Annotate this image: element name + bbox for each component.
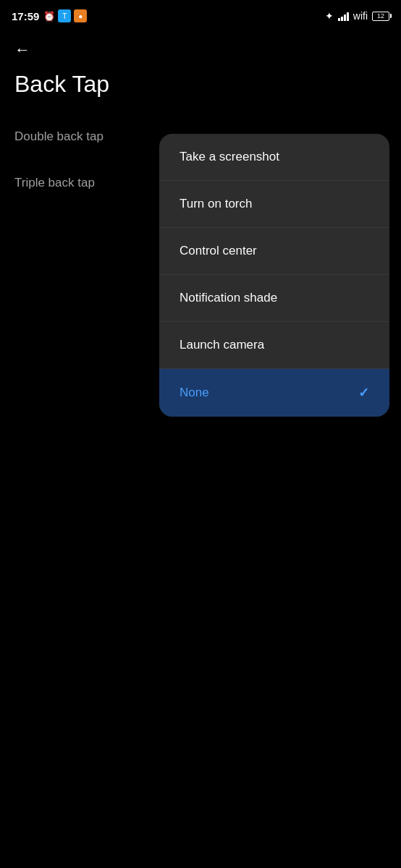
page-title: Back Tap — [0, 65, 401, 115]
triple-back-tap-label: Triple back tap — [14, 176, 95, 190]
battery-level: 12 — [377, 12, 384, 20]
double-back-tap-label: Double back tap — [14, 129, 104, 143]
alarm-icon: ⏰ — [43, 11, 55, 22]
dropdown-item-launch-camera[interactable]: Launch camera — [159, 322, 389, 369]
battery-icon: 12 — [372, 12, 389, 21]
bluetooth-icon: ✦ — [325, 10, 334, 22]
status-left: 17:59 ⏰ T ● — [12, 9, 87, 22]
notification-shade-label: Notification shade — [180, 291, 277, 305]
twitter-icon: T — [58, 9, 71, 22]
check-icon: ✓ — [358, 385, 369, 401]
dropdown-item-control-center[interactable]: Control center — [159, 228, 389, 275]
none-label: None — [180, 386, 209, 400]
status-right: ✦ wifi 12 — [325, 10, 389, 22]
wifi-icon: wifi — [353, 10, 368, 22]
dropdown-item-turn-on-torch[interactable]: Turn on torch — [159, 181, 389, 228]
dropdown-menu: Take a screenshot Turn on torch Control … — [159, 134, 389, 417]
back-button[interactable]: ← — [0, 29, 401, 65]
status-icons-left: ⏰ T ● — [43, 9, 87, 22]
take-screenshot-label: Take a screenshot — [180, 150, 279, 164]
notification-icon: ● — [74, 9, 87, 22]
control-center-label: Control center — [180, 244, 257, 258]
dropdown-item-take-screenshot[interactable]: Take a screenshot — [159, 134, 389, 181]
dropdown-item-notification-shade[interactable]: Notification shade — [159, 275, 389, 322]
turn-on-torch-label: Turn on torch — [180, 197, 252, 211]
launch-camera-label: Launch camera — [180, 338, 264, 352]
dropdown-item-none[interactable]: None ✓ — [159, 369, 389, 417]
signal-icon — [338, 11, 349, 21]
status-time: 17:59 — [12, 10, 39, 22]
status-bar: 17:59 ⏰ T ● ✦ wifi 12 — [0, 0, 401, 29]
